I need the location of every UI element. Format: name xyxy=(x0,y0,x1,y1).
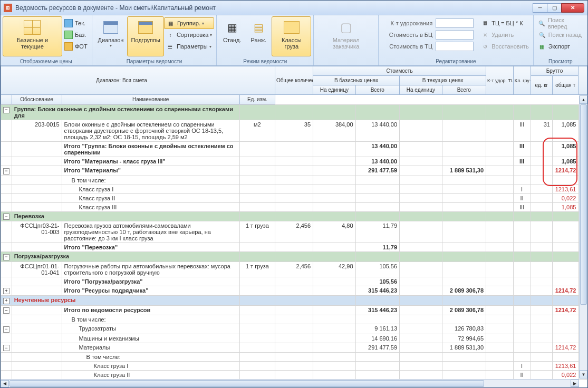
table-row[interactable]: ФССЦпг03-21-01-003Перевозка грузов автом… xyxy=(1,221,587,243)
ribbon: Базисные и текущие Тек. Баз. ФОТ Отображ… xyxy=(1,15,587,66)
table-row[interactable]: −Трудозатраты9 161,13126 780,83 xyxy=(1,324,587,334)
horizontal-scrollbar[interactable]: ◀ ▶ xyxy=(1,379,579,387)
expand-toggle[interactable]: − xyxy=(3,107,9,113)
titlebar: ⊞ Ведомость ресурсов в документе - Мои с… xyxy=(1,1,587,15)
params-button[interactable]: ☰Параметры▾ xyxy=(164,41,214,52)
green-square-icon xyxy=(64,31,73,39)
expand-toggle[interactable]: + xyxy=(3,298,9,304)
table-row[interactable]: Класс груза II1213,61 xyxy=(1,185,587,193)
range-button[interactable]: Диапазон▾ xyxy=(94,16,128,56)
table-row[interactable]: +Итого "Ресурсы подрядчика"315 446,232 0… xyxy=(1,286,587,296)
scroll-thumb[interactable] xyxy=(580,104,587,305)
base-prices-button[interactable]: Баз. xyxy=(62,29,90,41)
calc-icon: 🖩 xyxy=(481,19,489,27)
expand-toggle[interactable]: − xyxy=(3,307,9,314)
ranked-mode-button[interactable]: ▤ Ранж. xyxy=(245,16,272,56)
blue-square-icon xyxy=(64,19,73,27)
scroll-down-button[interactable]: ▼ xyxy=(580,370,587,379)
customer-material-button: ▢ Материал заказчика xyxy=(316,16,376,56)
scroll-left-button[interactable]: ◀ xyxy=(1,380,9,387)
expand-toggle[interactable]: − xyxy=(3,254,9,260)
expand-toggle[interactable]: + xyxy=(3,288,9,294)
table-row[interactable]: Машины и механизмы14 690,1672 994,65 xyxy=(1,334,587,343)
grid-header: Диапазон: Вся смета Общее количество Сто… xyxy=(1,66,587,104)
table-row[interactable]: −Погрузка/разгрузка xyxy=(1,252,587,262)
scroll-thumb-h[interactable] xyxy=(9,380,484,387)
table-row[interactable]: Итого "Группа: Блоки оконные с двойным о… xyxy=(1,142,587,157)
grid-body[interactable]: −Группа: Блоки оконные с двойным остекле… xyxy=(1,104,587,387)
grouping-button[interactable]: ▦Группир.▾ xyxy=(164,17,214,29)
table-row[interactable]: −Итого по ведомости ресурсов315 446,232 … xyxy=(1,305,587,315)
search-forward-button[interactable]: 🔍Поиск вперед xyxy=(536,17,585,29)
search-back-icon: 🔍 xyxy=(538,31,546,39)
table-row[interactable]: −Перевозка xyxy=(1,211,587,221)
params-icon: ☰ xyxy=(166,42,175,51)
tc-eq-bc-button[interactable]: 🖩ТЦ = БЦ * К xyxy=(479,17,531,29)
sorting-button[interactable]: ↕Сортировка▾ xyxy=(164,29,214,41)
yellow-circle-icon xyxy=(64,42,73,51)
table-row[interactable]: −Группа: Блоки оконные с двойным остекле… xyxy=(1,105,587,120)
export-button[interactable]: ▦Экспорт xyxy=(536,41,585,52)
delete-icon: ✕ xyxy=(481,31,489,39)
close-button[interactable]: ✕ xyxy=(561,3,584,13)
minimize-button[interactable]: ─ xyxy=(533,3,547,13)
cost-bc-row: Стоимость в БЦ xyxy=(381,29,476,41)
cost-tc-row: Стоимость в ТЦ xyxy=(381,41,476,52)
group-icon: ▦ xyxy=(167,19,175,27)
delete-button: ✕Удалить xyxy=(479,29,531,41)
table-row[interactable]: Итого "Погрузка/разгрузка"105,56 xyxy=(1,277,587,286)
expand-toggle[interactable]: − xyxy=(3,168,9,174)
vertical-scrollbar[interactable]: ▲ ▼ xyxy=(579,95,587,379)
table-row[interactable]: Класс груза IIII0,022 xyxy=(1,193,587,202)
appreciation-coef-row: К-т удорожания xyxy=(381,17,476,29)
rank-icon: ▤ xyxy=(250,19,267,36)
scroll-up-button[interactable]: ▲ xyxy=(580,95,587,104)
cargo-icon xyxy=(284,21,300,34)
table-row[interactable]: Итого "Перевозка"11,79 xyxy=(1,243,587,252)
table-row[interactable]: Класс груза IIIIII1,085 xyxy=(1,202,587,211)
expand-toggle[interactable]: − xyxy=(3,214,9,220)
sort-icon: ↕ xyxy=(166,31,175,39)
box-icon: ▢ xyxy=(338,19,354,36)
table-row[interactable]: В том числе: xyxy=(1,315,587,324)
restore-icon: ↺ xyxy=(481,42,489,51)
fot-button[interactable]: ФОТ xyxy=(62,41,90,52)
table-icon xyxy=(24,20,41,35)
table-row[interactable]: Класс груза IIII0,022 xyxy=(1,371,587,380)
table-row[interactable]: −Итого "Материалы"291 477,591 889 531,30… xyxy=(1,166,587,176)
table-row[interactable]: Класс груза II1213,61 xyxy=(1,362,587,371)
table-row[interactable]: +Неучтенные ресурсы xyxy=(1,296,587,306)
table-row[interactable]: 203-0015Блоки оконные с двойным остеклен… xyxy=(1,120,587,142)
appreciation-coef-input[interactable] xyxy=(436,18,474,28)
search-back-button[interactable]: 🔍Поиск назад xyxy=(536,29,585,41)
cost-bc-input[interactable] xyxy=(436,30,474,40)
expand-toggle[interactable]: − xyxy=(3,345,9,351)
prices-basic-current-button[interactable]: Базисные и текущие xyxy=(3,16,62,56)
cargo-classes-button[interactable]: Классы груза xyxy=(272,16,311,56)
current-prices-button[interactable]: Тек. xyxy=(62,17,90,29)
expand-toggle[interactable]: − xyxy=(3,326,9,333)
grid-gold-icon xyxy=(138,21,153,34)
search-fwd-icon: 🔍 xyxy=(538,19,546,27)
grid-icon xyxy=(103,21,118,34)
table-row[interactable]: В том числе: xyxy=(1,353,587,362)
maximize-button[interactable]: ▢ xyxy=(547,3,562,13)
table-row[interactable]: Итого "Материалы - класс груза III"13 44… xyxy=(1,157,587,166)
standard-mode-button[interactable]: ▦ Станд. xyxy=(219,16,245,56)
table-row[interactable]: ФССЦпг01-01-01-041Погрузочные работы при… xyxy=(1,261,587,277)
std-icon: ▦ xyxy=(224,19,240,36)
table-row[interactable]: В том числе: xyxy=(1,176,587,185)
restore-button: ↺Восстановить xyxy=(479,41,531,52)
scroll-right-button[interactable]: ▶ xyxy=(571,380,579,387)
cost-tc-input[interactable] xyxy=(436,42,474,51)
table-row[interactable]: −Материалы291 477,591 889 531,301214,72 xyxy=(1,343,587,353)
window-title: Ведомость ресурсов в документе - Мои сме… xyxy=(15,4,216,12)
excel-icon: ▦ xyxy=(538,42,546,51)
subgroups-button[interactable]: Подгруппы xyxy=(127,16,164,56)
app-icon: ⊞ xyxy=(4,4,12,12)
